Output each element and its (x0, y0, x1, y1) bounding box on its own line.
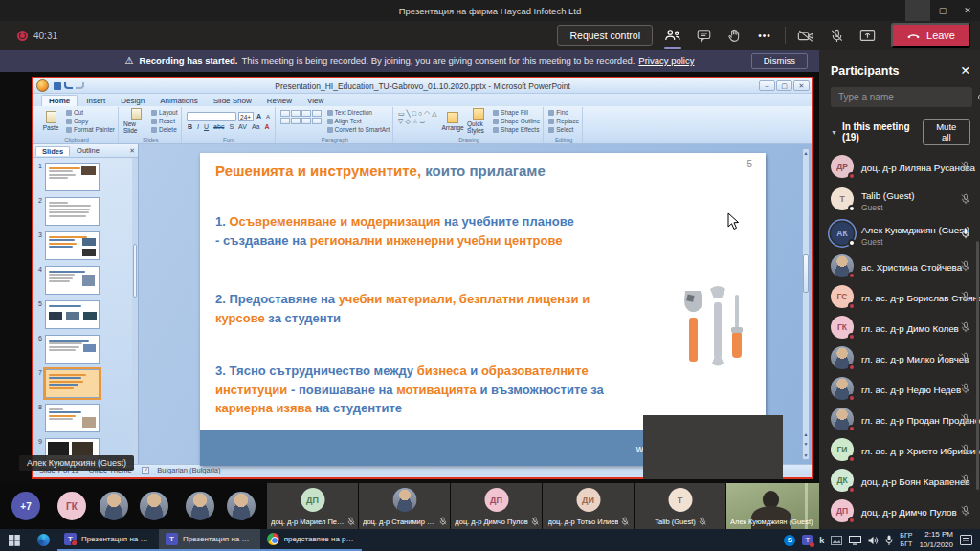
overflow-avatar[interactable] (186, 492, 214, 520)
slide-thumbnail-1[interactable]: 1 (35, 163, 136, 191)
ppt-tab-review[interactable]: Review (260, 96, 299, 106)
ppt-close-button[interactable]: ✕ (793, 80, 810, 91)
ppt-tab-home[interactable]: Home (41, 95, 78, 106)
font-size-box[interactable]: 24+ (238, 112, 254, 121)
camera-off-icon[interactable] (795, 26, 816, 45)
participant-row[interactable]: ДПдоц. д-р Димчо Пулов (819, 496, 980, 526)
slide-thumbnail-6[interactable]: 6 (35, 335, 136, 364)
participants-scrollbar[interactable] (976, 241, 979, 490)
share-screen-icon[interactable] (857, 26, 878, 45)
start-button[interactable] (0, 529, 29, 551)
ribbon-button-reset[interactable]: Reset (151, 118, 178, 124)
panel-close-icon[interactable]: ✕ (961, 63, 970, 77)
participant-tile[interactable]: доц. д-р Станимир С... (359, 483, 450, 529)
participant-row[interactable]: TTalib (Guest)Guest (819, 182, 980, 216)
participant-row[interactable]: гл. ас. д-р Продан Проданов (819, 404, 980, 434)
speaker-tray-icon[interactable] (868, 536, 879, 545)
teams-tray-icon[interactable]: T (802, 535, 813, 545)
mic-off-icon[interactable] (826, 26, 847, 45)
scroll-down-icon[interactable]: ▼ (803, 452, 809, 459)
ppt-tab-design[interactable]: Design (114, 96, 151, 106)
slide-thumbnail-3[interactable]: 3 (35, 231, 136, 260)
ribbon-button-format-painter[interactable]: Format Painter (66, 126, 115, 133)
ribbon-button-delete[interactable]: Delete (151, 126, 178, 133)
skype-tray-icon[interactable]: S (784, 535, 795, 546)
participant-tile[interactable]: ДИдоц. д-р Тотьо Илиев (543, 483, 634, 529)
ribbon-button-copy[interactable]: Copy (66, 118, 115, 124)
raise-hand-icon[interactable] (724, 26, 745, 45)
language-indicator[interactable]: БГРБГТ (900, 532, 912, 549)
bold-button[interactable]: B (187, 123, 194, 130)
ppt-tab-insert[interactable]: Insert (79, 96, 112, 106)
ribbon-button-new-slide[interactable]: New Slide (123, 108, 148, 134)
participant-row[interactable]: гл. ас. д-р Недю Недев (819, 373, 980, 404)
italic-button[interactable]: I (196, 123, 201, 130)
slides-panel-close-icon[interactable]: ✕ (129, 147, 135, 155)
request-control-button[interactable]: Request control (557, 25, 653, 46)
ribbon-button-align-text[interactable]: Align Text (327, 118, 390, 124)
ribbon-button-shape-effects[interactable]: Shape Effects (493, 126, 540, 133)
ppt-tab-animations[interactable]: Animations (153, 96, 205, 106)
k-tray-icon[interactable]: k (819, 536, 824, 545)
ribbon-button-replace[interactable]: Replace (548, 118, 579, 124)
participant-row[interactable]: ДРдоц. д-р Лиляна Русанова (819, 151, 980, 182)
overflow-avatar[interactable] (100, 492, 128, 520)
participant-tile[interactable]: ДПдоц. д-р Димчо Пулов (451, 483, 542, 529)
image-tray-icon[interactable] (831, 536, 842, 545)
font-name-box[interactable] (187, 112, 236, 121)
ppt-maximize-button[interactable]: ▢ (776, 80, 792, 91)
ppt-minimize-button[interactable]: – (759, 80, 775, 91)
overflow-count-badge[interactable]: +7 (11, 492, 40, 520)
action-center-icon[interactable] (960, 535, 972, 545)
slide-thumbnail-8[interactable]: 8 (35, 404, 136, 432)
taskbar-app-chrome[interactable]: представяне на ре... (260, 529, 362, 551)
ribbon-button-arrange[interactable]: Arrange (441, 108, 464, 134)
search-input[interactable] (831, 87, 972, 107)
slide-thumbnail-4[interactable]: 4 (35, 266, 136, 295)
slide-thumbnail-2[interactable]: 2 (35, 197, 136, 226)
ribbon-button-quick-styles[interactable]: Quick Styles (467, 108, 490, 134)
ribbon-button-layout[interactable]: Layout (151, 109, 178, 116)
participant-row[interactable]: ГКгл. ас. д-р Димо Колев (819, 312, 980, 342)
display-tray-icon[interactable] (849, 536, 861, 545)
more-options-icon[interactable]: ••• (754, 26, 775, 45)
spellcheck-icon[interactable] (142, 467, 149, 474)
ribbon-button-find[interactable]: Find (548, 109, 579, 116)
leave-button[interactable]: Leave (891, 23, 970, 48)
participants-icon[interactable] (662, 26, 683, 45)
tab-slides[interactable]: Slides (35, 146, 70, 156)
participant-row[interactable]: ГИгл. ас. д-р Христо Ибришимов (819, 434, 980, 465)
dismiss-button[interactable]: Dismiss (751, 53, 808, 69)
maximize-button[interactable]: ▢ (930, 0, 955, 21)
edge-icon[interactable] (29, 529, 57, 551)
overflow-avatar[interactable] (140, 492, 168, 520)
taskbar-app-teams[interactable]: TПрезентация на ф... (57, 529, 159, 551)
participant-row[interactable]: ГСгл. ас. д-р Борислав Стоянов (819, 281, 980, 312)
scroll-up-icon[interactable]: ▲ (803, 149, 809, 157)
close-button[interactable]: ✕ (955, 0, 980, 21)
slide-thumbnail-7[interactable]: 7 (35, 369, 136, 398)
slide-scrollbar[interactable]: ▲ ▲ ▼ ▼ (802, 148, 810, 460)
next-slide-icon[interactable]: ▼ (803, 440, 809, 448)
status-language[interactable]: Bulgarian (Bulgaria) (157, 466, 220, 474)
slide-thumbnail-5[interactable]: 5 (35, 300, 136, 329)
overflow-count-badge[interactable]: ГК (57, 492, 86, 520)
shapes-gallery[interactable]: ▭ ╲ □ ○ ◠ △ ▽ ◇ ☆ ▱ (398, 110, 438, 134)
ribbon-button-shape-fill[interactable]: Shape Fill (493, 109, 540, 116)
chat-icon[interactable] (693, 26, 714, 45)
minimize-button[interactable]: – (905, 0, 930, 21)
ribbon-button-paste[interactable]: Paste (38, 108, 63, 134)
thumbnails-scrollbar[interactable] (132, 158, 138, 464)
underline-button[interactable]: U (203, 123, 211, 130)
participant-row[interactable]: ас. Христина Стойчева (819, 251, 980, 281)
previous-slide-icon[interactable]: ▲ (803, 430, 809, 438)
ppt-tab-view[interactable]: View (301, 96, 330, 106)
privacy-policy-link[interactable]: Privacy policy (638, 55, 694, 66)
participant-tile[interactable]: TTalib (Guest) (635, 483, 725, 529)
video-tile[interactable]: Алек Куюмджиян (Guest) (726, 483, 819, 529)
ribbon-button-cut[interactable]: Cut (66, 109, 115, 116)
ribbon-button-convert-to-smartart[interactable]: Convert to SmartArt (327, 126, 390, 133)
ribbon-button-text-direction[interactable]: Text Direction (327, 109, 390, 116)
participant-row[interactable]: АКАлек Куюмджиян (Guest)Guest (819, 216, 980, 251)
ppt-tab-slide-show[interactable]: Slide Show (207, 96, 258, 106)
